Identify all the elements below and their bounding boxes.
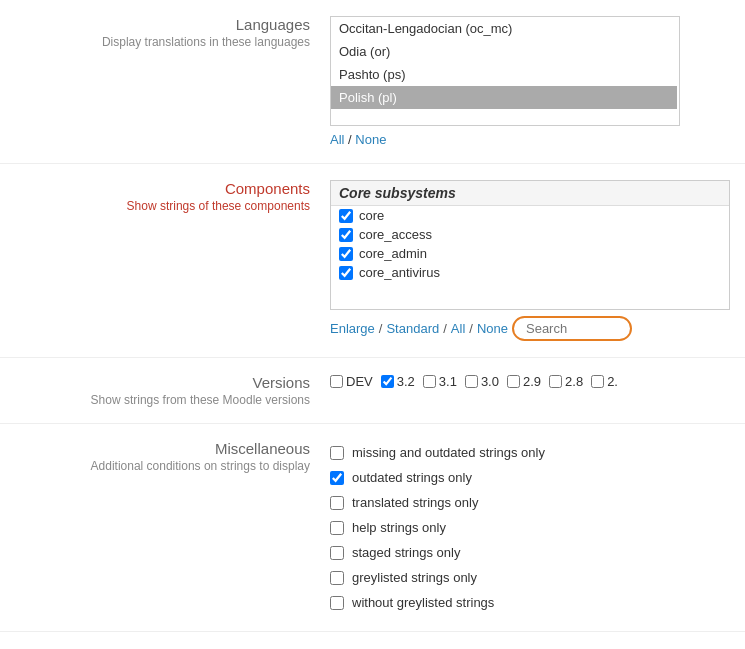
languages-links: All / None [330, 132, 725, 147]
none-link[interactable]: None [477, 321, 508, 336]
misc-label: staged strings only [352, 545, 460, 560]
list-item: core_access [331, 225, 729, 244]
staged-checkbox[interactable] [330, 546, 344, 560]
list-item: core [331, 206, 729, 225]
components-links: Enlarge / Standard / All / None [330, 316, 725, 341]
standard-link[interactable]: Standard [386, 321, 439, 336]
components-items: core core_access core_admin core_antivir… [331, 206, 729, 306]
versions-sublabel: Show strings from these Moodle versions [20, 393, 310, 407]
components-listbox: Core subsystems core core_access core_ad… [330, 180, 730, 310]
list-item[interactable]: Odia (or) [331, 40, 677, 63]
languages-content: Occitan-Lengadocian (oc_mc) Odia (or) Pa… [330, 16, 725, 147]
versions-section: Versions Show strings from these Moodle … [0, 358, 745, 424]
without-greylisted-checkbox[interactable] [330, 596, 344, 610]
version-label: 2.9 [523, 374, 541, 389]
components-content: Core subsystems core core_access core_ad… [330, 180, 725, 341]
misc-label: without greylisted strings [352, 595, 494, 610]
misc-item-greylisted: greylisted strings only [330, 565, 725, 590]
languages-listbox[interactable]: Occitan-Lengadocian (oc_mc) Odia (or) Pa… [330, 16, 680, 126]
v28-checkbox[interactable] [549, 375, 562, 388]
misc-label: outdated strings only [352, 470, 472, 485]
all-link[interactable]: All [451, 321, 465, 336]
components-section: Components Show strings of these compone… [0, 164, 745, 358]
version-32: 3.2 [381, 374, 415, 389]
core-admin-checkbox[interactable] [339, 247, 353, 261]
core-access-checkbox[interactable] [339, 228, 353, 242]
misc-label: help strings only [352, 520, 446, 535]
search-input[interactable] [512, 316, 632, 341]
version-2x: 2. [591, 374, 618, 389]
comp-label: core [359, 208, 384, 223]
languages-title: Languages [20, 16, 310, 33]
misc-title: Miscellaneous [20, 440, 310, 457]
main-container: Languages Display translations in these … [0, 0, 745, 632]
list-item[interactable]: Pashto (ps) [331, 63, 677, 86]
list-item[interactable]: Occitan-Lengadocian (oc_mc) [331, 17, 677, 40]
v30-checkbox[interactable] [465, 375, 478, 388]
greylisted-checkbox[interactable] [330, 571, 344, 585]
misc-item-outdated: outdated strings only [330, 465, 725, 490]
version-label: 2.8 [565, 374, 583, 389]
misc-item-without-greylisted: without greylisted strings [330, 590, 725, 615]
versions-title: Versions [20, 374, 310, 391]
version-label: 3.1 [439, 374, 457, 389]
version-28: 2.8 [549, 374, 583, 389]
comp-label: core_access [359, 227, 432, 242]
list-item: core_antivirus [331, 263, 729, 282]
version-label: 3.2 [397, 374, 415, 389]
versions-label-group: Versions Show strings from these Moodle … [20, 374, 330, 407]
version-label: DEV [346, 374, 373, 389]
languages-section: Languages Display translations in these … [0, 0, 745, 164]
list-item: core_admin [331, 244, 729, 263]
misc-item-translated: translated strings only [330, 490, 725, 515]
components-title: Components [20, 180, 310, 197]
components-label-group: Components Show strings of these compone… [20, 180, 330, 213]
list-item-selected[interactable]: Polish (pl) [331, 86, 677, 109]
languages-list[interactable]: Occitan-Lengadocian (oc_mc) Odia (or) Pa… [331, 17, 679, 125]
misc-label: translated strings only [352, 495, 478, 510]
versions-row: DEV 3.2 3.1 3.0 2.9 [330, 374, 725, 389]
version-label: 2. [607, 374, 618, 389]
version-dev: DEV [330, 374, 373, 389]
enlarge-link[interactable]: Enlarge [330, 321, 375, 336]
components-sublabel: Show strings of these components [20, 199, 310, 213]
version-label: 3.0 [481, 374, 499, 389]
core-antivirus-checkbox[interactable] [339, 266, 353, 280]
version-31: 3.1 [423, 374, 457, 389]
misc-content: missing and outdated strings only outdat… [330, 440, 725, 615]
components-header: Core subsystems [331, 181, 729, 206]
all-link[interactable]: All [330, 132, 344, 147]
misc-label-group: Miscellaneous Additional conditions on s… [20, 440, 330, 473]
v31-checkbox[interactable] [423, 375, 436, 388]
misc-item-staged: staged strings only [330, 540, 725, 565]
outdated-checkbox[interactable] [330, 471, 344, 485]
misc-sublabel: Additional conditions on strings to disp… [20, 459, 310, 473]
version-29: 2.9 [507, 374, 541, 389]
misc-label: greylisted strings only [352, 570, 477, 585]
versions-content: DEV 3.2 3.1 3.0 2.9 [330, 374, 725, 389]
languages-sublabel: Display translations in these languages [20, 35, 310, 49]
v2x-checkbox[interactable] [591, 375, 604, 388]
v29-checkbox[interactable] [507, 375, 520, 388]
dev-checkbox[interactable] [330, 375, 343, 388]
none-link[interactable]: None [355, 132, 386, 147]
miscellaneous-section: Miscellaneous Additional conditions on s… [0, 424, 745, 632]
misc-label: missing and outdated strings only [352, 445, 545, 460]
core-checkbox[interactable] [339, 209, 353, 223]
misc-item-missing: missing and outdated strings only [330, 440, 725, 465]
comp-label: core_antivirus [359, 265, 440, 280]
help-checkbox[interactable] [330, 521, 344, 535]
version-30: 3.0 [465, 374, 499, 389]
translated-checkbox[interactable] [330, 496, 344, 510]
comp-label: core_admin [359, 246, 427, 261]
misc-item-help: help strings only [330, 515, 725, 540]
languages-label-group: Languages Display translations in these … [20, 16, 330, 49]
v32-checkbox[interactable] [381, 375, 394, 388]
missing-outdated-checkbox[interactable] [330, 446, 344, 460]
